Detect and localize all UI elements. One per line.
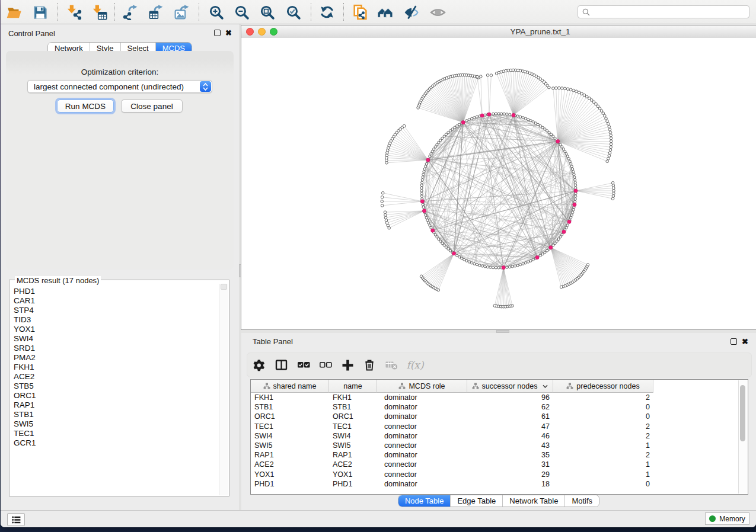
minimize-window-icon[interactable] bbox=[258, 28, 266, 36]
open-file-icon[interactable] bbox=[5, 4, 22, 20]
table-tab-edge-table[interactable]: Edge Table bbox=[450, 495, 502, 507]
task-history-button[interactable] bbox=[7, 513, 25, 526]
cell-MCDS-role: dominator bbox=[377, 402, 467, 412]
column-header-MCDS-role[interactable]: MCDS role bbox=[377, 380, 467, 393]
table-row-TEC1[interactable]: TEC1TEC1connector472 bbox=[251, 422, 748, 431]
mcds-result-item[interactable]: TEC1 bbox=[14, 429, 218, 438]
zoom-fit-icon[interactable] bbox=[259, 4, 275, 20]
select-all-icon[interactable] bbox=[292, 356, 314, 374]
column-header-shared-name[interactable]: shared name bbox=[251, 380, 329, 393]
clear-table-icon[interactable] bbox=[380, 356, 402, 374]
export-network-icon[interactable] bbox=[122, 4, 138, 20]
table-tab-network-table[interactable]: Network Table bbox=[502, 495, 564, 507]
mcds-result-item[interactable]: PMA2 bbox=[14, 353, 218, 363]
table-tab-node-table[interactable]: Node Table bbox=[398, 495, 451, 507]
maximize-window-icon[interactable] bbox=[270, 28, 277, 36]
column-header-name[interactable]: name bbox=[329, 380, 377, 393]
cell-shared-name: YOX1 bbox=[251, 470, 329, 479]
mcds-result-item[interactable]: STB5 bbox=[14, 382, 218, 391]
mcds-result-item[interactable]: TID3 bbox=[14, 315, 218, 325]
export-image-icon[interactable] bbox=[173, 4, 190, 20]
mcds-result-item[interactable]: PHD1 bbox=[14, 287, 218, 296]
zoom-out-icon[interactable] bbox=[233, 4, 250, 20]
close-table-panel-icon[interactable]: ✖ bbox=[742, 338, 748, 345]
network-view-window: YPA_prune.txt_1 bbox=[241, 25, 756, 330]
criterion-dropdown[interactable]: largest connected component (undirected) bbox=[27, 80, 212, 93]
import-network-icon[interactable] bbox=[65, 4, 82, 20]
main-toolbar bbox=[1, 0, 756, 24]
mcds-result-item[interactable]: STB1 bbox=[14, 410, 218, 419]
table-row-SWI5[interactable]: SWI5SWI5connector431 bbox=[251, 441, 748, 450]
cell-name: ACE2 bbox=[329, 460, 377, 469]
mcds-result-scrollbar[interactable] bbox=[219, 284, 228, 495]
float-panel-icon[interactable] bbox=[214, 30, 221, 36]
column-header-predecessor-nodes[interactable]: predecessor nodes bbox=[553, 380, 653, 393]
mcds-result-item[interactable]: RAP1 bbox=[14, 400, 218, 410]
hide-selected-icon[interactable] bbox=[403, 4, 419, 20]
cell-successor-nodes: 35 bbox=[467, 450, 553, 460]
table-row-SWI4[interactable]: SWI4SWI4dominator462 bbox=[251, 431, 748, 441]
mcds-result-item[interactable]: SRD1 bbox=[14, 344, 218, 353]
screen: Control Panel ✖ NetworkStyleSelectMCDS O… bbox=[0, 0, 756, 532]
cell-MCDS-role: connector bbox=[377, 422, 467, 431]
table-row-ORC1[interactable]: ORC1ORC1dominator610 bbox=[251, 412, 748, 421]
cell-MCDS-role: connector bbox=[377, 441, 467, 450]
close-window-icon[interactable] bbox=[246, 28, 254, 36]
delete-row-icon[interactable] bbox=[358, 356, 380, 374]
memory-status-icon bbox=[709, 515, 716, 522]
table-row-RAP1[interactable]: RAP1RAP1dominator352 bbox=[251, 450, 748, 460]
float-table-panel-icon[interactable] bbox=[731, 338, 737, 345]
mcds-result-list[interactable]: PHD1CAR1STP4TID3YOX1SWI4SRD1PMA2FKH1ACE2… bbox=[14, 287, 218, 495]
toolbar-separator bbox=[311, 3, 311, 21]
network-window-title: YPA_prune.txt_1 bbox=[510, 27, 570, 36]
cell-shared-name: ORC1 bbox=[251, 412, 329, 421]
mcds-result-item[interactable]: FKH1 bbox=[14, 363, 218, 372]
table-scrollbar[interactable] bbox=[738, 380, 747, 493]
add-row-icon[interactable] bbox=[336, 356, 358, 374]
mcds-result-item[interactable]: ACE2 bbox=[14, 372, 218, 382]
cell-shared-name: SWI4 bbox=[251, 431, 329, 441]
save-session-icon[interactable] bbox=[31, 4, 48, 20]
cell-shared-name: RAP1 bbox=[251, 450, 329, 460]
new-network-from-selection-icon[interactable] bbox=[352, 4, 368, 20]
table-row-STB1[interactable]: STB1STB1dominator620 bbox=[251, 402, 748, 412]
table-body: FKH1FKH1dominator962STB1STB1dominator620… bbox=[251, 393, 748, 494]
zoom-in-icon[interactable] bbox=[208, 4, 224, 20]
table-row-ACE2[interactable]: ACE2ACE2connector311 bbox=[251, 460, 748, 469]
control-panel: Control Panel ✖ NetworkStyleSelectMCDS O… bbox=[1, 24, 239, 511]
network-canvas[interactable] bbox=[241, 38, 756, 329]
memory-button[interactable]: Memory bbox=[705, 512, 749, 525]
close-panel-button[interactable]: Close panel bbox=[121, 100, 183, 113]
table-row-YOX1[interactable]: YOX1YOX1connector291 bbox=[251, 470, 748, 479]
cell-MCDS-role: connector bbox=[377, 470, 467, 479]
first-neighbors-icon[interactable] bbox=[377, 4, 393, 20]
apply-function-icon[interactable]: f(x) bbox=[402, 356, 428, 374]
table-row-FKH1[interactable]: FKH1FKH1dominator962 bbox=[251, 393, 748, 402]
columns-icon[interactable] bbox=[270, 356, 292, 374]
table-scrollbar-thumb[interactable] bbox=[740, 385, 745, 441]
apply-layout-icon[interactable] bbox=[318, 4, 335, 20]
search-box[interactable] bbox=[578, 5, 749, 18]
show-all-icon[interactable] bbox=[429, 4, 446, 20]
mcds-result-item[interactable]: SWI4 bbox=[14, 334, 218, 344]
deselect-all-icon[interactable] bbox=[314, 356, 336, 374]
cell-name: PHD1 bbox=[329, 479, 377, 489]
close-panel-icon[interactable]: ✖ bbox=[225, 30, 232, 36]
export-table-icon[interactable] bbox=[147, 4, 164, 20]
mcds-result-item[interactable]: ORC1 bbox=[14, 391, 218, 400]
table-tab-motifs[interactable]: Motifs bbox=[564, 495, 599, 507]
toolbar-separator bbox=[199, 3, 199, 21]
zoom-selected-icon[interactable] bbox=[285, 4, 301, 20]
table-panel-title: Table Panel bbox=[253, 337, 293, 346]
mcds-result-item[interactable]: YOX1 bbox=[14, 325, 218, 334]
mcds-result-item[interactable]: SWI5 bbox=[14, 419, 218, 429]
column-header-successor-nodes[interactable]: successor nodes bbox=[467, 380, 553, 393]
search-input[interactable] bbox=[590, 7, 749, 17]
table-row-PHD1[interactable]: PHD1PHD1dominator180 bbox=[251, 479, 748, 489]
mcds-result-item[interactable]: CAR1 bbox=[14, 296, 218, 306]
run-mcds-button[interactable]: Run MCDS bbox=[57, 100, 114, 113]
import-table-icon[interactable] bbox=[91, 4, 107, 20]
gear-icon[interactable] bbox=[248, 356, 270, 374]
mcds-result-item[interactable]: STP4 bbox=[14, 306, 218, 315]
mcds-result-item[interactable]: GCR1 bbox=[14, 438, 218, 448]
